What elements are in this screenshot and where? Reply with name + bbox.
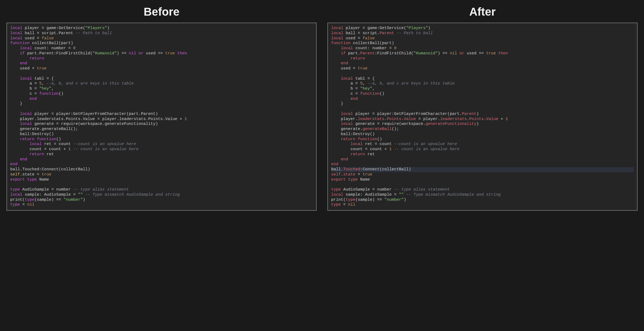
before-code: local player = game:GetService("Players"… xyxy=(6,23,317,211)
comparison-wrap: Before local player = game:GetService("P… xyxy=(0,0,644,221)
before-heading: Before xyxy=(6,5,317,18)
after-heading: After xyxy=(327,5,638,18)
cursor-line: ball.Touched:Connect(collectBall) xyxy=(331,167,634,172)
after-code: local player = game:GetService("Players"… xyxy=(327,23,638,211)
after-column: After local player = game:GetService("Pl… xyxy=(327,5,638,211)
before-column: Before local player = game:GetService("P… xyxy=(6,5,317,211)
